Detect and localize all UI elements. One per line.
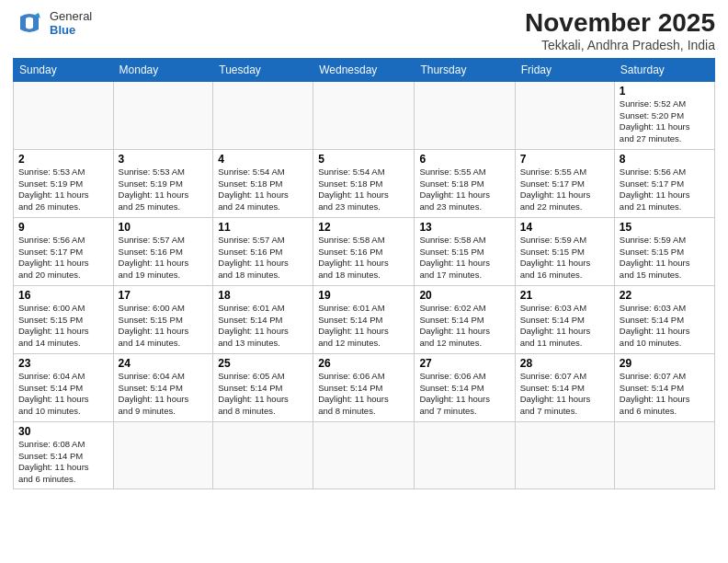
calendar-cell: 10Sunrise: 5:57 AM Sunset: 5:16 PM Dayli…	[113, 217, 213, 285]
calendar-cell: 26Sunrise: 6:06 AM Sunset: 5:14 PM Dayli…	[313, 353, 415, 421]
cell-info: Sunrise: 5:53 AM Sunset: 5:19 PM Dayligh…	[119, 167, 209, 213]
calendar-cell: 14Sunrise: 5:59 AM Sunset: 5:15 PM Dayli…	[515, 217, 614, 285]
calendar-cell: 18Sunrise: 6:01 AM Sunset: 5:14 PM Dayli…	[213, 285, 313, 353]
logo-icon	[13, 9, 46, 37]
cell-date: 30	[18, 425, 108, 438]
cell-info: Sunrise: 5:57 AM Sunset: 5:16 PM Dayligh…	[218, 235, 308, 282]
cell-info: Sunrise: 6:08 AM Sunset: 5:14 PM Dayligh…	[18, 439, 108, 486]
cell-date: 26	[318, 357, 409, 370]
cell-date: 3	[119, 153, 209, 166]
cell-date: 25	[218, 357, 308, 370]
cell-date: 21	[520, 289, 609, 302]
page: General Blue November 2025 Tekkali, Andh…	[0, 0, 728, 499]
cell-info: Sunrise: 5:53 AM Sunset: 5:19 PM Dayligh…	[18, 167, 108, 213]
day-header-thursday: Thursday	[415, 58, 515, 81]
calendar-cell	[113, 421, 213, 488]
calendar-week-3: 16Sunrise: 6:00 AM Sunset: 5:15 PM Dayli…	[14, 285, 715, 353]
header: General Blue November 2025 Tekkali, Andh…	[13, 9, 715, 52]
calendar-cell	[313, 421, 415, 488]
cell-date: 11	[218, 221, 308, 234]
day-header-saturday: Saturday	[614, 58, 714, 81]
cell-info: Sunrise: 6:04 AM Sunset: 5:14 PM Dayligh…	[18, 371, 108, 418]
cell-info: Sunrise: 6:06 AM Sunset: 5:14 PM Dayligh…	[318, 371, 409, 418]
location: Tekkali, Andhra Pradesh, India	[525, 38, 715, 52]
cell-date: 5	[318, 153, 409, 166]
cell-info: Sunrise: 5:54 AM Sunset: 5:18 PM Dayligh…	[218, 167, 308, 213]
calendar-cell: 5Sunrise: 5:54 AM Sunset: 5:18 PM Daylig…	[313, 149, 415, 217]
calendar-cell: 1Sunrise: 5:52 AM Sunset: 5:20 PM Daylig…	[614, 81, 714, 149]
cell-info: Sunrise: 6:03 AM Sunset: 5:14 PM Dayligh…	[520, 303, 609, 350]
logo: General Blue	[13, 9, 92, 37]
cell-info: Sunrise: 6:07 AM Sunset: 5:14 PM Dayligh…	[620, 371, 710, 418]
calendar-cell: 28Sunrise: 6:07 AM Sunset: 5:14 PM Dayli…	[515, 353, 614, 421]
cell-info: Sunrise: 5:55 AM Sunset: 5:17 PM Dayligh…	[520, 167, 609, 213]
cell-date: 23	[18, 357, 108, 370]
calendar-cell: 3Sunrise: 5:53 AM Sunset: 5:19 PM Daylig…	[113, 149, 213, 217]
cell-info: Sunrise: 5:57 AM Sunset: 5:16 PM Dayligh…	[119, 235, 209, 282]
cell-info: Sunrise: 5:54 AM Sunset: 5:18 PM Dayligh…	[318, 167, 409, 213]
calendar-cell	[515, 81, 614, 149]
calendar-header-row: SundayMondayTuesdayWednesdayThursdayFrid…	[14, 58, 715, 81]
calendar-cell	[213, 421, 313, 488]
calendar-cell: 24Sunrise: 6:04 AM Sunset: 5:14 PM Dayli…	[113, 353, 213, 421]
cell-date: 14	[520, 221, 609, 234]
calendar-cell	[614, 421, 714, 488]
calendar-cell: 9Sunrise: 5:56 AM Sunset: 5:17 PM Daylig…	[14, 217, 114, 285]
calendar-cell: 20Sunrise: 6:02 AM Sunset: 5:14 PM Dayli…	[415, 285, 515, 353]
calendar-cell: 4Sunrise: 5:54 AM Sunset: 5:18 PM Daylig…	[213, 149, 313, 217]
day-header-tuesday: Tuesday	[213, 58, 313, 81]
cell-info: Sunrise: 5:56 AM Sunset: 5:17 PM Dayligh…	[18, 235, 108, 282]
cell-date: 9	[18, 221, 108, 234]
title-section: November 2025 Tekkali, Andhra Pradesh, I…	[525, 9, 715, 52]
calendar-week-4: 23Sunrise: 6:04 AM Sunset: 5:14 PM Dayli…	[14, 353, 715, 421]
calendar-cell: 7Sunrise: 5:55 AM Sunset: 5:17 PM Daylig…	[515, 149, 614, 217]
calendar-week-2: 9Sunrise: 5:56 AM Sunset: 5:17 PM Daylig…	[14, 217, 715, 285]
cell-date: 22	[620, 289, 710, 302]
cell-info: Sunrise: 6:00 AM Sunset: 5:15 PM Dayligh…	[18, 303, 108, 350]
calendar-cell: 12Sunrise: 5:58 AM Sunset: 5:16 PM Dayli…	[313, 217, 415, 285]
calendar-cell	[113, 81, 213, 149]
day-header-monday: Monday	[113, 58, 213, 81]
cell-date: 8	[620, 153, 710, 166]
calendar-cell	[415, 81, 515, 149]
cell-info: Sunrise: 5:58 AM Sunset: 5:16 PM Dayligh…	[318, 235, 409, 282]
cell-info: Sunrise: 5:59 AM Sunset: 5:15 PM Dayligh…	[520, 235, 609, 282]
calendar-cell: 29Sunrise: 6:07 AM Sunset: 5:14 PM Dayli…	[614, 353, 714, 421]
calendar-cell: 22Sunrise: 6:03 AM Sunset: 5:14 PM Dayli…	[614, 285, 714, 353]
cell-date: 15	[620, 221, 710, 234]
calendar-week-5: 30Sunrise: 6:08 AM Sunset: 5:14 PM Dayli…	[14, 421, 715, 488]
cell-info: Sunrise: 6:03 AM Sunset: 5:14 PM Dayligh…	[620, 303, 710, 350]
calendar-cell: 30Sunrise: 6:08 AM Sunset: 5:14 PM Dayli…	[14, 421, 114, 488]
calendar-cell	[213, 81, 313, 149]
cell-info: Sunrise: 6:00 AM Sunset: 5:15 PM Dayligh…	[119, 303, 209, 350]
logo-text: General Blue	[50, 9, 92, 37]
calendar-cell	[14, 81, 114, 149]
cell-date: 7	[520, 153, 609, 166]
calendar-cell: 17Sunrise: 6:00 AM Sunset: 5:15 PM Dayli…	[113, 285, 213, 353]
cell-date: 24	[119, 357, 209, 370]
cell-info: Sunrise: 6:01 AM Sunset: 5:14 PM Dayligh…	[218, 303, 308, 350]
cell-info: Sunrise: 5:56 AM Sunset: 5:17 PM Dayligh…	[620, 167, 710, 213]
cell-date: 28	[520, 357, 609, 370]
cell-date: 20	[419, 289, 509, 302]
cell-date: 29	[620, 357, 710, 370]
cell-info: Sunrise: 6:02 AM Sunset: 5:14 PM Dayligh…	[419, 303, 509, 350]
calendar-cell	[415, 421, 515, 488]
cell-info: Sunrise: 5:55 AM Sunset: 5:18 PM Dayligh…	[419, 167, 509, 213]
calendar-cell: 25Sunrise: 6:05 AM Sunset: 5:14 PM Dayli…	[213, 353, 313, 421]
cell-info: Sunrise: 5:58 AM Sunset: 5:15 PM Dayligh…	[419, 235, 509, 282]
cell-info: Sunrise: 6:04 AM Sunset: 5:14 PM Dayligh…	[119, 371, 209, 418]
cell-info: Sunrise: 5:59 AM Sunset: 5:15 PM Dayligh…	[620, 235, 710, 282]
cell-info: Sunrise: 6:06 AM Sunset: 5:14 PM Dayligh…	[419, 371, 509, 418]
cell-date: 10	[119, 221, 209, 234]
cell-date: 13	[419, 221, 509, 234]
calendar: SundayMondayTuesdayWednesdayThursdayFrid…	[13, 58, 715, 489]
cell-date: 17	[119, 289, 209, 302]
cell-date: 19	[318, 289, 409, 302]
calendar-cell	[515, 421, 614, 488]
calendar-cell: 16Sunrise: 6:00 AM Sunset: 5:15 PM Dayli…	[14, 285, 114, 353]
day-header-wednesday: Wednesday	[313, 58, 415, 81]
calendar-cell: 13Sunrise: 5:58 AM Sunset: 5:15 PM Dayli…	[415, 217, 515, 285]
calendar-cell: 27Sunrise: 6:06 AM Sunset: 5:14 PM Dayli…	[415, 353, 515, 421]
cell-date: 6	[419, 153, 509, 166]
